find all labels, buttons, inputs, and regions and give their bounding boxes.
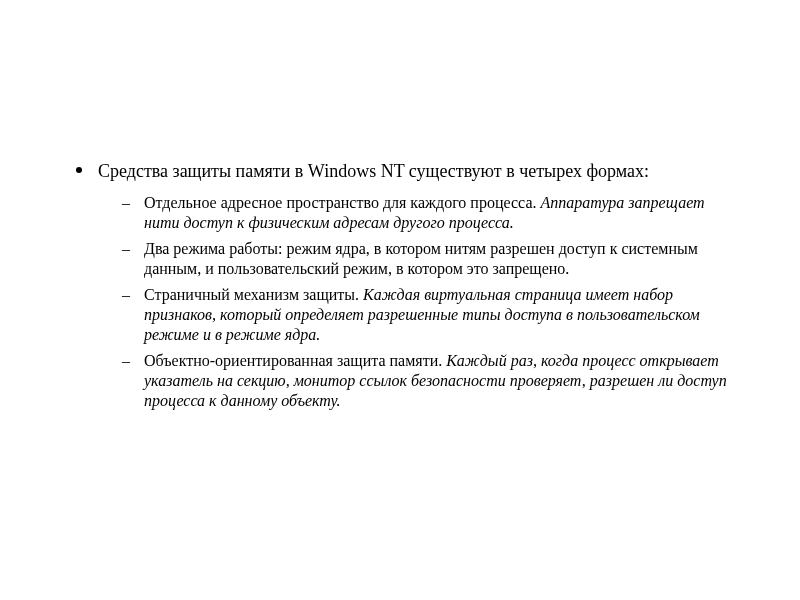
list-item: – Отдельное адресное пространство для ка… — [122, 193, 730, 233]
list-item: – Два режима работы: режим ядра, в котор… — [122, 239, 730, 279]
dash-icon: – — [122, 239, 130, 259]
dash-icon: – — [122, 285, 130, 305]
outer-list-item: Средства защиты памяти в Windows NT суще… — [70, 160, 730, 411]
inner-list: – Отдельное адресное пространство для ка… — [98, 193, 730, 411]
item-lead: Два режима работы: режим ядра, в котором… — [144, 240, 698, 277]
item-lead: Страничный механизм защиты. — [144, 286, 363, 303]
dash-icon: – — [122, 351, 130, 371]
bullet-icon — [76, 167, 82, 173]
outer-list: Средства защиты памяти в Windows NT суще… — [70, 160, 730, 411]
dash-icon: – — [122, 193, 130, 213]
item-lead: Отдельное адресное пространство для кажд… — [144, 194, 540, 211]
list-item: – Страничный механизм защиты. Каждая вир… — [122, 285, 730, 345]
list-item: – Объектно-ориентированная защита памяти… — [122, 351, 730, 411]
intro-text: Средства защиты памяти в Windows NT суще… — [98, 161, 649, 181]
item-lead: Объектно-ориентированная защита памяти. — [144, 352, 446, 369]
